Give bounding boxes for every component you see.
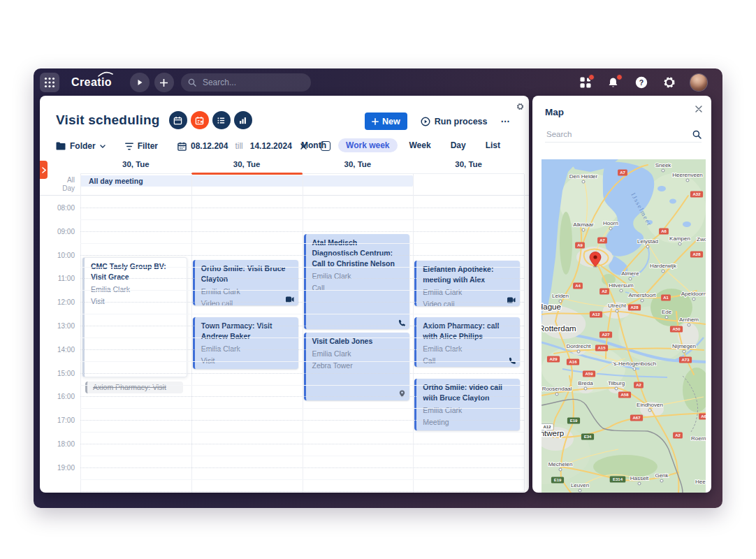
calendar-event[interactable]: Axiom Pharmacy: Visit Alice xyxy=(85,382,183,393)
view-tab-day[interactable]: Day xyxy=(443,138,474,152)
hour-label: 13:00 xyxy=(40,322,75,330)
city-label: Roermond xyxy=(691,435,706,442)
global-search-input[interactable] xyxy=(201,77,288,88)
hour-label: 18:00 xyxy=(40,440,75,448)
app-grid-icon[interactable] xyxy=(40,73,59,92)
road-badge-label: A59 xyxy=(585,372,593,376)
visit-scheduling-card: Visit scheduling xyxy=(40,96,529,493)
city-label: Alkmaar xyxy=(573,222,594,228)
view-switcher: MonthWork weekWeekDayList xyxy=(293,138,508,153)
city-label: Lelystad xyxy=(637,238,658,245)
city-marker-dot xyxy=(616,310,618,312)
city-label: Roosendaal xyxy=(542,386,572,392)
page: Creatio xyxy=(0,0,756,559)
map-panel-title: Map xyxy=(545,107,564,117)
filter-icon xyxy=(125,143,133,150)
road-badge-label: A9 xyxy=(577,243,583,247)
date-range-filter[interactable]: 08.12.204 till 14.12.2024 xyxy=(177,141,307,151)
all-day-event[interactable]: All day meeting xyxy=(80,175,413,187)
calendar-event[interactable]: Elefanten Apotheke: meeting with AlexEmi… xyxy=(414,261,520,306)
notifications-button[interactable] xyxy=(606,76,620,89)
city-marker-dot xyxy=(615,387,618,390)
event-owner: Emilia Clark xyxy=(201,286,292,298)
road-badge-label: A2 xyxy=(636,383,641,387)
map-search[interactable] xyxy=(545,126,702,143)
calendar-icon xyxy=(177,142,187,151)
view-tab-week[interactable]: Week xyxy=(402,138,439,152)
city-marker-dot xyxy=(662,169,664,172)
workplaces-button[interactable] xyxy=(579,76,592,89)
calendar-event[interactable]: Atal Medisch Diagnostisch Centrum: Call … xyxy=(304,234,409,329)
city-label: 's-Hertogenbosch xyxy=(613,361,656,367)
calendar-event[interactable]: CMC Tasly Group BV: Visit GraceEmilia Cl… xyxy=(82,257,187,377)
all-day-row: All Day All day meeting xyxy=(40,174,529,196)
calendar-event[interactable]: Axiom Pharmacy: call with Alice PhilipsE… xyxy=(414,317,520,367)
card-settings-gear-icon[interactable] xyxy=(516,101,524,113)
chevron-down-icon xyxy=(100,145,106,148)
hour-line xyxy=(80,396,524,397)
creatio-logo: Creatio xyxy=(71,76,112,89)
map-close-icon[interactable] xyxy=(695,106,702,112)
map-search-icon xyxy=(692,130,702,139)
hour-label: 11:00 xyxy=(40,275,75,282)
folder-filter[interactable]: Folder xyxy=(56,141,106,151)
hour-line xyxy=(80,467,524,468)
search-icon xyxy=(188,78,196,87)
road-badge-label: A32 xyxy=(692,192,701,196)
city-label: Tilburg xyxy=(608,380,625,386)
global-search[interactable] xyxy=(181,73,311,92)
scheduler-view-button-active[interactable] xyxy=(191,111,209,129)
sidebar-expand-tab[interactable] xyxy=(40,161,48,179)
view-tab-list[interactable]: List xyxy=(478,138,508,152)
settings-button[interactable] xyxy=(662,76,676,89)
hour-line xyxy=(80,208,524,208)
day-column-header[interactable]: 30, Tue xyxy=(303,157,414,173)
analytics-view-button[interactable] xyxy=(234,111,252,129)
city-marker-dot xyxy=(620,289,623,292)
calendar-icon xyxy=(173,116,182,125)
calendar-view-button[interactable] xyxy=(169,111,187,129)
list-view-button[interactable] xyxy=(212,111,231,129)
hour-label: 09:00 xyxy=(40,227,75,235)
half-hour-line xyxy=(80,385,524,386)
city-label: Arnhem xyxy=(679,317,699,323)
header-actions: New Run process ⋯ xyxy=(365,112,511,130)
more-actions-button[interactable]: ⋯ xyxy=(501,116,511,126)
city-marker-dot xyxy=(665,316,668,319)
logo-swoosh-icon xyxy=(98,71,113,78)
road-badge-label: A58 xyxy=(620,393,629,397)
filter-button[interactable]: Filter xyxy=(125,141,158,151)
city-label: Hoorn xyxy=(603,220,618,226)
map-search-input[interactable] xyxy=(545,129,692,139)
play-icon xyxy=(136,79,143,86)
new-button[interactable]: New xyxy=(365,112,407,130)
help-button[interactable]: ? xyxy=(634,76,648,89)
city-label: Hasselt xyxy=(630,475,649,481)
view-tab-month[interactable]: Month xyxy=(293,138,334,152)
process-play-button[interactable] xyxy=(130,73,150,92)
day-column-header[interactable]: 30, Tue xyxy=(413,157,524,173)
map-canvas[interactable]: A7A32A7A9A6A28A4A2A1A28A12A50A27A15A29A1… xyxy=(541,159,706,493)
user-avatar[interactable] xyxy=(690,74,707,91)
events-layer: CMC Tasly Group BV: Visit GraceEmilia Cl… xyxy=(80,196,524,493)
city-marker-dot xyxy=(633,368,636,370)
road-badge-label: A27 xyxy=(602,333,610,337)
run-process-button[interactable]: Run process xyxy=(421,117,488,126)
navbar-right: ? xyxy=(579,74,722,91)
day-column-header[interactable]: 30, Tue xyxy=(191,157,303,173)
calendar-event[interactable]: Ortho Smile: video call with Bruce Clayt… xyxy=(414,379,520,430)
city-marker-dot xyxy=(686,179,689,182)
half-hour-line xyxy=(80,267,524,268)
city-label: Almere xyxy=(621,270,639,277)
view-tab-work-week[interactable]: Work week xyxy=(338,138,397,152)
city-marker-dot xyxy=(638,482,641,485)
city-label: Nijmegen xyxy=(672,343,696,349)
global-add-button[interactable] xyxy=(154,73,174,92)
day-column-header[interactable]: 30, Tue xyxy=(80,157,191,173)
road-badge-label: A15 xyxy=(597,346,606,350)
calendar-event[interactable]: Visit Caleb JonesEmilia ClarkZebra Tower xyxy=(304,333,409,400)
road-badge-label: A28 xyxy=(630,305,639,310)
city-label: Ede xyxy=(662,309,672,315)
event-title: Axiom Pharmacy: Visit Alice xyxy=(93,382,177,393)
road-badge-label: A2 xyxy=(675,433,681,437)
